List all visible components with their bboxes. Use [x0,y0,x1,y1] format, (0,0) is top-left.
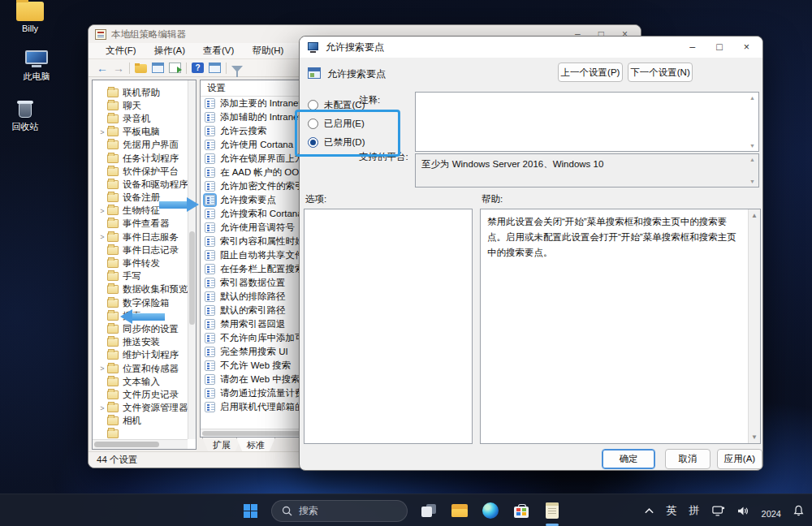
annotation-arrow-left-icon [120,309,165,325]
desktop-icon-billy[interactable]: Billy [2,2,58,33]
tree-horizontal-scrollbar[interactable] [93,439,188,449]
folder-icon [107,325,119,334]
tree-item[interactable]: 文件历史记录 [93,388,188,401]
tree-item[interactable]: 事件转发 [93,257,188,269]
policy-setting-icon [205,167,215,178]
tree-item[interactable]: 录音机 [93,112,188,125]
task-view-icon [421,504,436,517]
desktop-icon-this-pc[interactable]: 此电脑 [8,50,65,83]
dialog-close-button[interactable]: × [744,41,749,53]
network-display-icon[interactable] [712,506,725,516]
tree-item[interactable]: 设备和驱动程序兼容性 [93,178,188,191]
tree-item[interactable]: 凭据用户界面 [93,139,188,152]
tree-item[interactable]: 推送安装 [93,336,188,349]
edge-icon [482,502,499,519]
chevron-right-icon[interactable]: > [97,128,107,136]
menu-item[interactable]: 查看(V) [194,43,243,58]
policy-setting-icon [205,181,215,192]
dialog-titlebar[interactable]: 允许搜索要点 – □ × [300,37,762,58]
tree-item[interactable]: 数字保险箱 [93,296,188,309]
tree-item[interactable]: > 平板电脑 [93,126,188,139]
file-explorer-button[interactable] [450,498,469,524]
tree-item[interactable]: 手写 [93,270,188,283]
desktop-icon-recycle-bin[interactable]: 回收站 [0,99,54,133]
edge-button[interactable] [481,498,500,524]
microsoft-store-button[interactable] [512,498,531,524]
tree-item[interactable]: 任务计划程序 [93,152,188,165]
gpedit-taskbar-button[interactable] [542,498,562,524]
comment-textbox[interactable]: ▲▼ [415,92,759,152]
start-button[interactable] [240,498,260,524]
next-setting-button[interactable]: 下一个设置(N) [628,63,693,82]
tree-item-label: 录音机 [123,113,151,125]
tree-item[interactable]: 相机 [93,415,188,428]
tree-item[interactable]: 文本输入 [93,375,188,388]
cancel-button[interactable]: 取消 [665,449,710,469]
chevron-right-icon[interactable]: > [97,207,107,215]
tree-item[interactable]: 事件日志记录 [93,244,188,257]
tree-item[interactable]: 数据收集和预览版本 [93,283,188,296]
tree-item[interactable]: > 事件日志服务 [93,231,188,244]
options-pane[interactable] [304,209,473,444]
help-scrollbar[interactable]: ▲▼ [748,209,760,443]
folder-icon [107,180,119,189]
ime-english-indicator[interactable]: 英 [667,503,677,518]
help-pane[interactable]: 禁用此设置会关闭“开始”菜单搜索框和搜索主页中的搜索要点。启用或未配置此设置会打… [480,209,761,444]
options-label: 选项: [305,193,326,205]
show-console-tree-icon[interactable] [152,63,164,73]
help-icon[interactable]: ? [192,63,204,73]
tree-item-label: 数字保险箱 [123,297,170,309]
tree-item[interactable]: 事件查看器 [93,218,188,231]
setting-item-label: 允许使用 Cortana [220,139,293,151]
taskbar-search[interactable]: 搜索 [271,500,408,522]
previous-setting-button[interactable]: 上一个设置(P) [558,63,623,82]
notification-bell-icon[interactable] [793,505,804,516]
tree-item-label: 文件资源管理器 [123,402,188,414]
menu-item[interactable]: 文件(F) [97,43,145,58]
setting-item-label: 默认的排除路径 [220,291,286,303]
tree-item[interactable]: 聊天 [93,99,188,112]
volume-icon[interactable] [737,506,749,516]
forward-icon[interactable]: → [113,63,124,74]
dialog-minimize-button[interactable]: – [689,41,695,53]
menu-item[interactable]: 帮助(H) [243,43,292,58]
menu-item[interactable]: 操作(A) [145,43,194,58]
tree-vertical-scrollbar[interactable] [188,80,196,439]
tree-item[interactable]: 联机帮助 [93,86,188,99]
tree-item-label: 推送安装 [123,336,160,348]
chevron-right-icon[interactable]: > [97,233,107,241]
back-icon[interactable]: ← [97,63,108,74]
export-list-icon[interactable] [169,63,181,73]
policy-setting-icon [205,374,215,385]
properties-icon[interactable] [209,63,221,73]
up-folder-icon[interactable] [135,64,147,73]
folder-icon [107,246,119,255]
dialog-maximize-button[interactable]: □ [716,41,723,53]
scroll-arrows[interactable]: ▲▼ [747,93,758,150]
chevron-right-icon[interactable]: > [97,404,107,412]
tray-chevron-up-icon[interactable] [644,507,654,515]
tree-item-label: 生物特征 [123,205,160,217]
tree-item-label: 事件查看器 [123,218,170,230]
ok-button[interactable]: 确定 [602,449,655,469]
policy-setting-icon [205,140,215,150]
policy-setting-icon [205,222,215,233]
date-text[interactable]: 2024 [762,509,781,519]
policy-setting-icon [205,264,215,274]
folder-icon [107,390,119,399]
filter-icon[interactable] [231,66,243,72]
tree-item[interactable]: 软件保护平台 [93,165,188,178]
ime-pinyin-indicator[interactable]: 拼 [689,503,700,518]
apply-button[interactable]: 应用(A) [717,449,762,469]
annotation-arrow-right-icon [159,197,199,213]
tree-item-label: 事件日志记录 [123,244,179,257]
scroll-arrows[interactable]: ▲▼ [747,155,758,186]
chevron-right-icon[interactable]: > [97,364,107,373]
toolbar-separator [226,63,227,74]
tree-item[interactable]: > 位置和传感器 [93,362,188,375]
tree-item[interactable]: 维护计划程序 [93,349,188,362]
radio-icon[interactable] [308,100,318,110]
toolbar-separator [129,63,130,74]
task-view-button[interactable] [419,498,438,524]
tree-item[interactable]: > 文件资源管理器 [93,402,188,415]
